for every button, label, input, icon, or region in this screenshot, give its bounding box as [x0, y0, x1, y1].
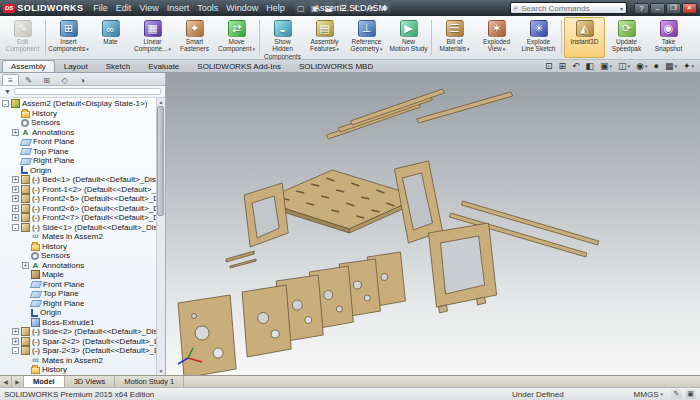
zoom-to-area-icon[interactable]: ⊞	[558, 61, 566, 71]
print-icon[interactable]: ☰	[337, 2, 349, 14]
close-button[interactable]: ✕	[682, 3, 697, 14]
smart-fasteners-button[interactable]: ✦SmartFasteners	[174, 17, 215, 58]
tree-item[interactable]: History	[0, 365, 165, 375]
model-tab-3d-views[interactable]: 3D Views	[65, 376, 116, 387]
tab-evaluate[interactable]: Evaluate	[139, 60, 188, 72]
view-orientation-icon[interactable]: ▣▾	[600, 61, 612, 71]
tree-item[interactable]: +(-) Front2<5> (Default<<Default>_Disp..…	[0, 194, 165, 204]
tab-sketch[interactable]: Sketch	[97, 60, 139, 72]
tree-item[interactable]: History	[0, 242, 165, 252]
rebuild-icon[interactable]: ⟳	[365, 2, 377, 14]
expand-icon[interactable]: +	[12, 328, 19, 335]
expand-icon[interactable]: +	[12, 176, 19, 183]
tree-item[interactable]: Right Plane	[0, 299, 165, 309]
expand-icon[interactable]: +	[22, 262, 29, 269]
tab-layout[interactable]: Layout	[55, 60, 97, 72]
configurationmanager-tab[interactable]: ⊞	[38, 74, 55, 85]
exploded-view-button[interactable]: ✶ExplodedView▾	[476, 17, 517, 58]
move-component-button[interactable]: ⇄MoveComponent▾	[216, 17, 257, 58]
tab-assembly[interactable]: Assembly	[2, 60, 55, 72]
menu-help[interactable]: Help	[262, 2, 289, 14]
tree-item[interactable]: Sensors	[0, 118, 165, 128]
tree-item[interactable]: +(-) Front-1<2> (Default<<Default>_...	[0, 185, 165, 195]
tree-item[interactable]: +(-) Front2<7> (Default<<Default>_Disp	[0, 213, 165, 223]
filter-input[interactable]	[14, 88, 161, 95]
display-style-icon[interactable]: ◫▾	[618, 61, 630, 71]
tree-item[interactable]: Mates in Assem2	[0, 232, 165, 242]
featuremanager-tab[interactable]: ≡	[2, 74, 19, 85]
expand-icon[interactable]: +	[12, 338, 19, 345]
search-dropdown-icon[interactable]: ▾	[620, 5, 623, 12]
menu-insert[interactable]: Insert	[163, 2, 194, 14]
tree-item[interactable]: +(-) Bed<1> (Default<<Default>_Display..…	[0, 175, 165, 185]
model-tab-model[interactable]: Model	[24, 376, 65, 387]
minimize-button[interactable]: –	[650, 3, 665, 14]
tree-item[interactable]: Top Plane	[0, 289, 165, 299]
tree-item[interactable]: -(-) Side<1> (Default<<Default>_Display	[0, 223, 165, 233]
tree-item[interactable]: Origin	[0, 308, 165, 318]
collapse-icon[interactable]: -	[2, 100, 9, 107]
expand-icon[interactable]: +	[12, 186, 19, 193]
tree-item[interactable]: History	[0, 109, 165, 119]
model-tab-motion-study-1[interactable]: Motion Study 1	[115, 376, 184, 387]
note-icon[interactable]: ✎	[671, 389, 682, 399]
units-selector[interactable]: MMGS	[634, 390, 663, 399]
bill-of-materials-button[interactable]: ☰Bill ofMaterials▾	[434, 17, 475, 58]
expand-icon[interactable]: +	[12, 195, 19, 202]
scroll-up-icon[interactable]: ▲	[159, 99, 164, 105]
tab-solidworks-add-ins[interactable]: SOLIDWORKS Add-Ins	[188, 60, 290, 72]
tree-item[interactable]: +Annotations	[0, 128, 165, 138]
tree-item[interactable]: +(-) Spar-2<2> (Default<<Default>_Disp	[0, 337, 165, 347]
tree-item[interactable]: -(-) Spar-2<3> (Default<<Default>_Disp	[0, 346, 165, 356]
status-panel-icon[interactable]: ▣	[685, 389, 696, 399]
scroll-down-icon[interactable]: ▼	[159, 368, 164, 374]
edit-appearance-icon[interactable]: ●	[653, 61, 658, 71]
edit-component-button[interactable]: ✎EditComponent	[2, 17, 43, 58]
view-settings-icon[interactable]: ✦▾	[683, 61, 694, 71]
scrollbar-thumb[interactable]	[157, 106, 164, 216]
tree-item[interactable]: Origin	[0, 166, 165, 176]
apply-scene-icon[interactable]: ▦▾	[665, 61, 677, 71]
new-motion-study-button[interactable]: ▶NewMotion Study	[388, 17, 429, 58]
menu-tools[interactable]: Tools	[193, 2, 222, 14]
tree-item[interactable]: -Assem2 (Default<Display State-1>)	[0, 99, 165, 109]
linear-component-pattern-button[interactable]: ▦LinearCompone...▾	[132, 17, 173, 58]
tree-item[interactable]: Front Plane	[0, 137, 165, 147]
tab-solidworks-mbd[interactable]: SOLIDWORKS MBD	[290, 60, 382, 72]
tree-item[interactable]: Top Plane	[0, 147, 165, 157]
tree-item[interactable]: Sensors	[0, 251, 165, 261]
reference-geometry-button[interactable]: ⊥ReferenceGeometry▾	[346, 17, 387, 58]
zoom-to-fit-icon[interactable]: ⊡	[545, 61, 553, 71]
show-hidden-components-button[interactable]: ◒ShowHiddenComponents	[262, 17, 303, 58]
section-view-icon[interactable]: ◧	[586, 61, 595, 71]
previous-view-icon[interactable]: ↶	[572, 61, 580, 71]
search-input[interactable]	[521, 4, 617, 13]
update-speedpak-button[interactable]: ⟳UpdateSpeedpak	[606, 17, 647, 58]
expand-icon[interactable]: +	[12, 205, 19, 212]
expand-icon[interactable]: +	[12, 129, 19, 136]
tab-scroll-right-icon[interactable]: ▶	[12, 376, 24, 387]
open-document-icon[interactable]: ▣	[309, 2, 321, 14]
maximize-button[interactable]: ❐	[666, 3, 681, 14]
help-button[interactable]: ?	[634, 3, 649, 14]
collapse-icon[interactable]: -	[12, 224, 19, 231]
new-document-icon[interactable]: ▢	[295, 2, 307, 14]
undo-icon[interactable]: ↶	[351, 2, 363, 14]
hide-show-items-icon[interactable]: ◉▾	[636, 61, 647, 71]
displaymanager-tab[interactable]: ◑	[74, 74, 91, 85]
tree-item[interactable]: Maple	[0, 270, 165, 280]
save-icon[interactable]: ⬓	[323, 2, 335, 14]
filter-icon[interactable]: ▼	[4, 88, 11, 95]
tab-scroll-left-icon[interactable]: ◀	[0, 376, 12, 387]
search-commands-box[interactable]: ⌕ ▾	[510, 2, 628, 14]
tree-item[interactable]: Boss-Extrude1	[0, 318, 165, 328]
collapse-icon[interactable]: -	[12, 347, 19, 354]
tree-scrollbar[interactable]: ▲ ▼	[156, 98, 165, 375]
tree-item[interactable]: Front Plane	[0, 280, 165, 290]
tree-item[interactable]: +(-) Side<2> (Default<<Default>_Display	[0, 327, 165, 337]
expand-icon[interactable]: +	[12, 214, 19, 221]
tree-item[interactable]: Mates in Assem2	[0, 356, 165, 366]
dimxpertmanager-tab[interactable]: ◇	[56, 74, 73, 85]
options-icon[interactable]: ✱	[379, 2, 391, 14]
tree-item[interactable]: +(-) Front2<6> (Default<<Default>_Disp	[0, 204, 165, 214]
